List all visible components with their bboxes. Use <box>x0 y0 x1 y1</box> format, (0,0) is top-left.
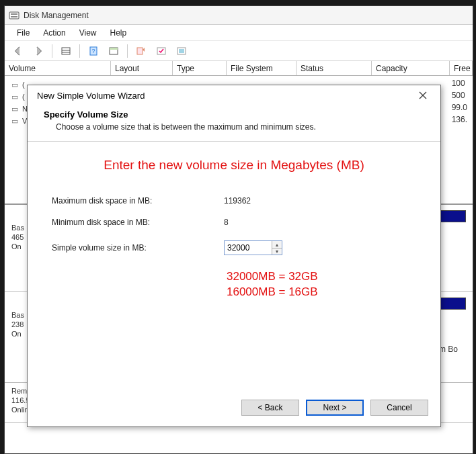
col-status[interactable]: Status <box>296 61 372 75</box>
col-layout[interactable]: Layout <box>111 61 173 75</box>
dialog-titlebar: New Simple Volume Wizard <box>28 85 440 105</box>
titlebar: Disk Management <box>5 6 473 25</box>
spinner-up-button[interactable]: ▲ <box>272 241 282 248</box>
max-space-value: 119362 <box>224 196 251 206</box>
menu-action[interactable]: Action <box>38 27 71 39</box>
free-cell: 136. <box>452 115 467 127</box>
row-text: ( <box>22 93 25 101</box>
dialog-title: New Simple Volume Wizard <box>37 91 145 101</box>
size-label: Simple volume size in MB: <box>52 243 224 253</box>
size-row: Simple volume size in MB: ▲ ▼ <box>52 237 416 259</box>
forward-button[interactable] <box>30 44 46 58</box>
annotation-line: 32000MB = 32GB <box>227 269 318 285</box>
check-icon[interactable] <box>153 44 169 58</box>
min-space-label: Minimum disk space in MB: <box>52 218 224 227</box>
svg-text:?: ? <box>91 48 95 54</box>
menu-view[interactable]: View <box>74 27 102 39</box>
svg-rect-0 <box>9 12 19 19</box>
dialog-button-row: < Back Next > Cancel <box>241 400 428 416</box>
col-free[interactable]: Free <box>450 61 473 75</box>
col-type[interactable]: Type <box>173 61 227 75</box>
dialog-section-title: Specify Volume Size <box>44 109 424 120</box>
close-icon <box>419 91 427 99</box>
table-view-icon[interactable] <box>58 44 74 58</box>
annotation-equivalence: 32000MB = 32GB 16000MB = 16GB <box>227 269 318 300</box>
separator <box>79 44 80 58</box>
free-cell: 99.0 <box>452 103 467 115</box>
row-text: ( <box>22 81 25 89</box>
new-simple-volume-wizard-dialog: New Simple Volume Wizard Specify Volume … <box>27 85 441 427</box>
min-space-value: 8 <box>224 218 229 227</box>
separator <box>127 44 128 58</box>
free-space-column-values: 100 500 99.0 136. <box>452 79 467 127</box>
refresh-icon[interactable] <box>133 44 149 58</box>
back-button[interactable] <box>10 44 26 58</box>
col-volume[interactable]: Volume <box>5 61 111 75</box>
annotation-line: 16000MB = 16GB <box>227 285 318 300</box>
separator <box>52 44 52 58</box>
max-space-row: Maximum disk space in MB: 119362 <box>52 190 416 212</box>
properties-icon[interactable] <box>106 44 122 58</box>
menu-help[interactable]: Help <box>105 27 132 39</box>
toolbar: ? <box>5 41 473 61</box>
window-title: Disk Management <box>24 11 89 20</box>
free-cell: 100 <box>452 79 467 91</box>
svg-rect-2 <box>11 16 17 17</box>
svg-rect-10 <box>137 48 143 54</box>
annotation-main: Enter the new volume size in Megabytes (… <box>52 158 416 173</box>
next-button[interactable]: Next > <box>306 400 364 416</box>
volume-icon: ▭ <box>10 81 19 89</box>
spinner-down-button[interactable]: ▼ <box>272 248 282 255</box>
close-button[interactable] <box>412 87 434 103</box>
max-space-label: Maximum disk space in MB: <box>52 196 224 206</box>
svg-rect-9 <box>110 48 118 50</box>
volume-icon: ▭ <box>10 93 19 101</box>
back-button[interactable]: < Back <box>241 400 299 416</box>
min-space-row: Minimum disk space in MB: 8 <box>52 212 416 233</box>
volume-icon: ▭ <box>10 117 19 126</box>
dialog-body: Enter the new volume size in Megabytes (… <box>28 142 440 265</box>
volume-list-header: Volume Layout Type File System Status Ca… <box>5 61 473 76</box>
dialog-section-sub: Choose a volume size that is between the… <box>44 122 424 132</box>
help-icon[interactable]: ? <box>85 44 102 58</box>
menubar: File Action View Help <box>5 25 473 41</box>
list-icon[interactable] <box>173 44 190 58</box>
dialog-header: Specify Volume Size Choose a volume size… <box>28 105 440 142</box>
svg-rect-1 <box>11 13 17 15</box>
volume-icon: ▭ <box>10 105 19 114</box>
size-spinner: ▲ ▼ <box>224 240 282 255</box>
spinner-buttons: ▲ ▼ <box>272 241 282 255</box>
disk-mgmt-icon <box>9 10 19 21</box>
menu-file[interactable]: File <box>11 27 35 39</box>
svg-rect-3 <box>62 48 70 54</box>
size-input[interactable] <box>225 241 272 255</box>
col-filesystem[interactable]: File System <box>227 61 296 75</box>
free-cell: 500 <box>452 91 467 103</box>
col-capacity[interactable]: Capacity <box>372 61 450 75</box>
cancel-button[interactable]: Cancel <box>370 400 428 416</box>
